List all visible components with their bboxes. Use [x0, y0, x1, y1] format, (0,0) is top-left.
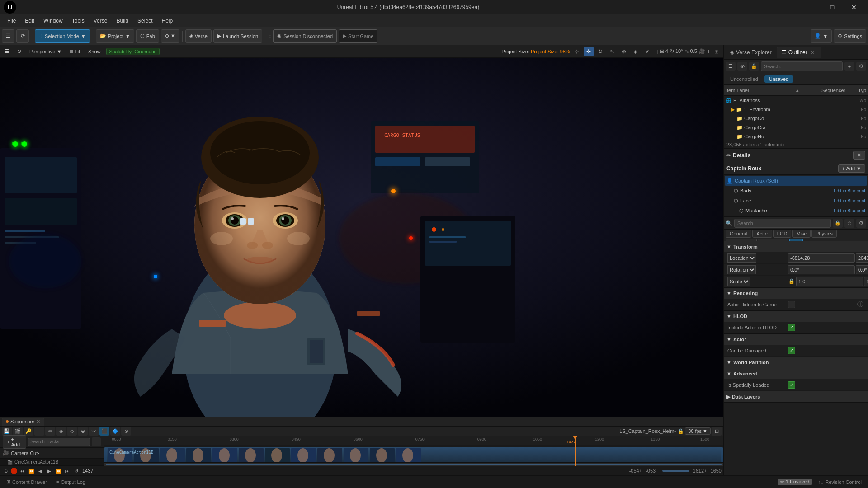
outliner-row-env[interactable]: ▶ 📁 1_Environm Fo	[724, 105, 868, 114]
translate-tool[interactable]: ✛	[584, 47, 594, 56]
menu-file[interactable]: File	[4, 17, 19, 25]
details-settings-button[interactable]: ⚙	[856, 219, 866, 228]
filter-actor[interactable]: Actor	[752, 230, 772, 238]
outliner-row-cargo1[interactable]: 📁 CargoCo Fo	[724, 114, 868, 123]
seq-mode-button[interactable]: ◈	[56, 427, 66, 436]
goto-start-button[interactable]: ⏮	[18, 467, 26, 475]
filter-misc[interactable]: Misc	[792, 230, 811, 238]
seq-edit-button[interactable]: ✏	[45, 427, 55, 436]
seq-extra-button[interactable]: ⊡	[712, 427, 722, 436]
transform-tool[interactable]: ⊕	[619, 47, 629, 56]
track-filter-button[interactable]: ≡	[92, 437, 101, 446]
world-partition-header[interactable]: ▼ World Partition	[724, 357, 868, 368]
selection-mode-button[interactable]: ⊹ Selection Mode ▼	[35, 29, 90, 43]
sequencer-close-button[interactable]: ✕	[36, 419, 40, 425]
scale-x-input[interactable]	[796, 277, 863, 286]
seq-more-button[interactable]: ⋯	[34, 427, 44, 436]
project-button[interactable]: 📂 Project ▼	[96, 29, 134, 43]
track-row-camera[interactable]: 🎥 Camera Cut•	[0, 448, 104, 459]
menu-edit[interactable]: Edit	[21, 17, 38, 25]
range-indicator[interactable]	[106, 464, 722, 465]
edit-body-button[interactable]: Edit in Blueprint	[834, 188, 865, 193]
play-backward-button[interactable]: ◀	[36, 467, 44, 475]
tracks-search-input[interactable]	[28, 438, 90, 446]
include-hlod-checkbox[interactable]: ✓	[788, 324, 795, 331]
seq-play-section[interactable]: ⬛	[99, 427, 109, 436]
seq-key-button[interactable]: 🔑	[24, 427, 33, 436]
outliner-settings-button[interactable]: ⚙	[856, 62, 866, 71]
outliner-search-input[interactable]	[761, 61, 843, 71]
scalability-badge[interactable]: Scalability: Cinematic	[106, 48, 160, 55]
close-button[interactable]: ✕	[844, 0, 864, 14]
perspective-button[interactable]: Perspective ▼	[27, 48, 64, 55]
outliner-uncontrolled-tab[interactable]: Uncontrolled	[726, 75, 763, 83]
play-options-button[interactable]: ⊙	[2, 467, 10, 475]
location-y-input[interactable]	[856, 253, 868, 263]
details-search-input[interactable]	[734, 219, 831, 228]
rotation-dropdown[interactable]: Rotation	[727, 265, 756, 274]
spatially-loaded-checkbox[interactable]: ✓	[788, 381, 795, 389]
range-slider[interactable]	[662, 470, 689, 472]
scale-y-input[interactable]	[864, 277, 868, 286]
location-dropdown[interactable]: Location	[727, 253, 756, 263]
play-button[interactable]: ▶	[45, 467, 53, 475]
outliner-row-world[interactable]: 🌐 P_Albatross_ Wo	[724, 96, 868, 105]
session-disconnected-button[interactable]: ◉ Session Disconnected	[273, 29, 337, 43]
step-fwd-button[interactable]: ⏩	[54, 467, 62, 475]
realtime-button[interactable]: ⊙	[14, 47, 24, 55]
rendering-info-icon[interactable]: ⓘ	[856, 300, 864, 309]
sequencer-tab[interactable]: Sequencer ✕	[2, 418, 44, 426]
filter-physics[interactable]: Physics	[811, 230, 837, 238]
fab-button[interactable]: ⬡ Fab	[136, 29, 159, 43]
filter-lod[interactable]: LOD	[773, 230, 792, 238]
actor-hidden-checkbox[interactable]	[788, 301, 795, 308]
user-menu-button[interactable]: 👤 ▼	[811, 29, 832, 43]
outliner-row-cargo2[interactable]: 📁 CargoCra Fo	[724, 123, 868, 132]
outliner-options-button[interactable]: ☰	[726, 62, 736, 71]
toolbar-icon-2[interactable]: ⟳	[16, 29, 29, 43]
toolbar-icon-1[interactable]: ☰	[2, 29, 14, 43]
seq-save-button[interactable]: 💾	[2, 427, 12, 436]
outliner-unsaved-tab[interactable]: Unsaved	[764, 75, 793, 83]
location-x-input[interactable]	[788, 253, 855, 263]
menu-help[interactable]: Help	[158, 17, 176, 25]
seq-filter-button[interactable]: ◇	[67, 427, 77, 436]
verse-explorer-tab[interactable]: ◈ Verse Explorer	[726, 47, 776, 57]
details-bookmark-button[interactable]: ☆	[844, 219, 854, 228]
revision-control-button[interactable]: ↑↓ Revision Control	[816, 479, 864, 486]
select-tool[interactable]: ⊹	[572, 47, 582, 56]
menu-select[interactable]: Select	[134, 17, 156, 25]
can-be-damaged-checkbox[interactable]: ✓	[788, 347, 795, 354]
outliner-tab[interactable]: ☰ Outliner ✕	[777, 47, 821, 58]
outliner-row-cargo3[interactable]: 📁 CargoHo Fo	[724, 132, 868, 141]
seq-key3-button[interactable]: ⊘	[121, 427, 131, 436]
rotate-tool[interactable]: ↻	[595, 47, 605, 56]
settings-button[interactable]: ⚙ Settings	[834, 29, 866, 43]
add-track-button[interactable]: + + Add	[3, 435, 26, 449]
data-layers-header[interactable]: ▶ Data Layers	[724, 391, 868, 402]
step-back-button[interactable]: ⏪	[27, 467, 35, 475]
filter-general[interactable]: General	[726, 230, 751, 238]
show-button[interactable]: Show	[85, 48, 104, 55]
scale-dropdown[interactable]: Scale	[727, 277, 750, 286]
menu-window[interactable]: Window	[40, 17, 66, 25]
toolbar-more-icon[interactable]: ⋮	[264, 29, 271, 43]
maximize-button[interactable]: □	[822, 0, 843, 14]
outliner-add-button[interactable]: +	[844, 62, 854, 71]
hlod-section-header[interactable]: ▼ HLOD	[724, 311, 868, 322]
details-lock-button[interactable]: 🔒	[833, 219, 843, 228]
output-log-button[interactable]: ≡ Output Log	[53, 479, 88, 486]
advanced-section-header[interactable]: ▼ Advanced	[724, 368, 868, 379]
start-game-button[interactable]: ▶ Start Game	[339, 29, 377, 43]
actor-section-header[interactable]: ▼ Actor	[724, 334, 868, 345]
outliner-tab-close[interactable]: ✕	[809, 49, 816, 56]
seq-curve-button[interactable]: 〰	[89, 427, 99, 436]
terrain-tool[interactable]: ◈	[631, 47, 641, 56]
rendering-section-header[interactable]: ▼ Rendering	[724, 288, 868, 299]
seq-snap-button[interactable]: ⊕	[78, 427, 88, 436]
add-component-button[interactable]: + Add ▼	[838, 164, 865, 173]
content-drawer-button[interactable]: ⊞ Content Drawer	[4, 478, 50, 486]
goto-end-button[interactable]: ⏭	[63, 467, 71, 475]
edit-face-button[interactable]: Edit in Blueprint	[834, 198, 865, 203]
verse-button[interactable]: ◈ Verse	[185, 29, 212, 43]
